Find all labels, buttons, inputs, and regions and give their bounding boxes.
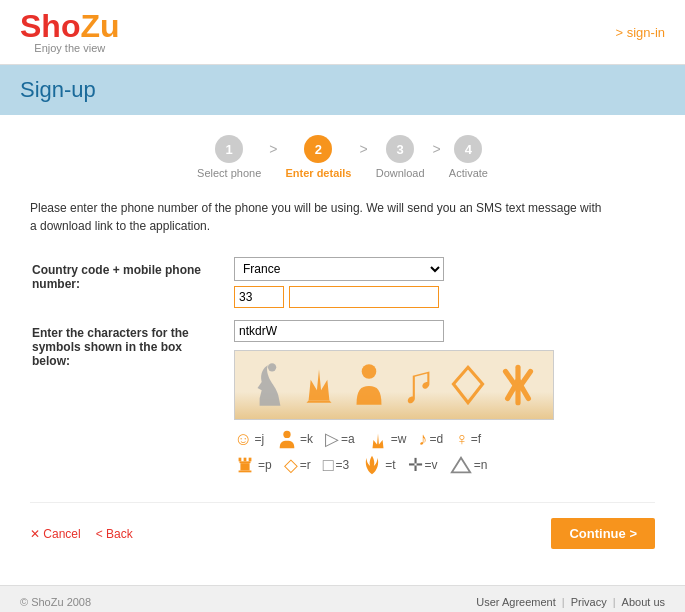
cancel-link[interactable]: ✕ Cancel bbox=[30, 527, 81, 541]
step-2-label: Enter details bbox=[285, 167, 351, 179]
symbol-legend: ☺ =j =k ▷ =a bbox=[234, 428, 574, 476]
legend-symbol-3: □ bbox=[323, 455, 334, 476]
legend-symbol-j: ☺ bbox=[234, 429, 252, 450]
legend-item-v: ✛ =v bbox=[408, 454, 438, 476]
legend-item-d: ♪ =d bbox=[418, 429, 443, 450]
copyright: © ShoZu 2008 bbox=[20, 596, 91, 608]
legend-item-3: □ =3 bbox=[323, 455, 350, 476]
footer-links: ✕ Cancel < Back bbox=[30, 527, 133, 541]
legend-item-r: ◇ =r bbox=[284, 454, 311, 476]
legend-row-1: ☺ =j =k ▷ =a bbox=[234, 428, 574, 450]
legend-eq-r: =r bbox=[300, 458, 311, 472]
legend-symbol-w-icon bbox=[367, 428, 389, 450]
step-arrow-1: > bbox=[265, 141, 281, 157]
country-label: Country code + mobile phone number: bbox=[32, 257, 232, 318]
phone-code-input[interactable] bbox=[234, 286, 284, 308]
step-2: 2 Enter details bbox=[285, 135, 351, 179]
legend-symbol-f: ♀ bbox=[455, 429, 469, 450]
sign-in-link[interactable]: > sign-in bbox=[616, 25, 666, 40]
captcha-cell: ☺ =j =k ▷ =a bbox=[234, 320, 653, 480]
user-agreement-link[interactable]: User Agreement bbox=[476, 596, 555, 608]
svg-rect-9 bbox=[239, 471, 252, 473]
legend-symbol-p-icon bbox=[234, 454, 256, 476]
captcha-image-box bbox=[234, 350, 554, 420]
legend-eq-p: =p bbox=[258, 458, 272, 472]
header: ShoZu Enjoy the view > sign-in bbox=[0, 0, 685, 65]
legend-eq-3: =3 bbox=[336, 458, 350, 472]
svg-point-1 bbox=[362, 364, 377, 379]
logo-area: ShoZu Enjoy the view bbox=[20, 10, 120, 54]
page-footer: © ShoZu 2008 User Agreement | Privacy | … bbox=[0, 585, 685, 612]
step-3-circle: 3 bbox=[386, 135, 414, 163]
captcha-symbol-1 bbox=[248, 359, 292, 411]
step-arrow-3: > bbox=[429, 141, 445, 157]
captcha-input[interactable] bbox=[234, 320, 444, 342]
privacy-link[interactable]: Privacy bbox=[571, 596, 607, 608]
legend-item-j: ☺ =j bbox=[234, 429, 264, 450]
legend-eq-t: =t bbox=[385, 458, 395, 472]
step-1: 1 Select phone bbox=[197, 135, 261, 179]
legend-symbol-d: ♪ bbox=[418, 429, 427, 450]
logo: ShoZu bbox=[20, 10, 120, 42]
phone-row bbox=[234, 286, 653, 308]
legend-symbol-a: ▷ bbox=[325, 428, 339, 450]
page-footer-links: User Agreement | Privacy | About us bbox=[476, 596, 665, 608]
legend-symbol-k-icon bbox=[276, 428, 298, 450]
step-1-circle: 1 bbox=[215, 135, 243, 163]
back-link[interactable]: < Back bbox=[96, 527, 133, 541]
legend-eq-v: =v bbox=[425, 458, 438, 472]
legend-item-w: =w bbox=[367, 428, 407, 450]
pipe-2: | bbox=[613, 596, 616, 608]
legend-eq-w: =w bbox=[391, 432, 407, 446]
country-select[interactable]: France United Kingdom United States bbox=[234, 257, 444, 281]
legend-item-p: =p bbox=[234, 454, 272, 476]
legend-symbol-t-icon bbox=[361, 454, 383, 476]
step-4-circle: 4 bbox=[454, 135, 482, 163]
steps-wizard: 1 Select phone > 2 Enter details > 3 Dow… bbox=[30, 135, 655, 179]
legend-item-k: =k bbox=[276, 428, 313, 450]
signup-banner: Sign-up bbox=[0, 65, 685, 115]
legend-eq-j: =j bbox=[254, 432, 264, 446]
svg-rect-7 bbox=[240, 461, 251, 463]
logo-tagline: Enjoy the view bbox=[20, 42, 120, 54]
phone-number-input[interactable] bbox=[289, 286, 439, 308]
captcha-symbol-6 bbox=[496, 359, 540, 411]
legend-eq-a: =a bbox=[341, 432, 355, 446]
legend-item-a: ▷ =a bbox=[325, 428, 355, 450]
svg-point-3 bbox=[283, 431, 290, 438]
step-3: 3 Download bbox=[376, 135, 425, 179]
legend-item-f: ♀ =f bbox=[455, 429, 481, 450]
svg-rect-8 bbox=[240, 463, 249, 470]
pipe-1: | bbox=[562, 596, 565, 608]
legend-eq-k: =k bbox=[300, 432, 313, 446]
country-cell: France United Kingdom United States bbox=[234, 257, 653, 318]
step-2-circle: 2 bbox=[304, 135, 332, 163]
about-us-link[interactable]: About us bbox=[622, 596, 665, 608]
form-table: Country code + mobile phone number: Fran… bbox=[30, 255, 655, 482]
step-3-label: Download bbox=[376, 167, 425, 179]
svg-rect-6 bbox=[249, 458, 252, 462]
continue-button[interactable]: Continue > bbox=[551, 518, 655, 549]
step-4-label: Activate bbox=[449, 167, 488, 179]
step-1-label: Select phone bbox=[197, 167, 261, 179]
legend-row-2: =p ◇ =r □ =3 bbox=[234, 454, 574, 476]
page-title: Sign-up bbox=[20, 77, 665, 103]
captcha-label: Enter the characters for the symbols sho… bbox=[32, 320, 232, 480]
svg-rect-4 bbox=[239, 458, 242, 462]
legend-eq-n: =n bbox=[474, 458, 488, 472]
step-4: 4 Activate bbox=[449, 135, 488, 179]
legend-item-n: =n bbox=[450, 454, 488, 476]
form-footer: ✕ Cancel < Back Continue > bbox=[30, 502, 655, 554]
legend-symbol-n-icon bbox=[450, 454, 472, 476]
svg-rect-5 bbox=[244, 458, 247, 462]
step-arrow-2: > bbox=[356, 141, 372, 157]
captcha-symbol-3 bbox=[347, 359, 391, 411]
captcha-symbol-4 bbox=[397, 359, 441, 411]
legend-eq-f: =f bbox=[471, 432, 481, 446]
svg-point-0 bbox=[268, 363, 276, 371]
form-description: Please enter the phone number of the pho… bbox=[30, 199, 610, 235]
legend-eq-d: =d bbox=[429, 432, 443, 446]
captcha-symbol-2 bbox=[297, 359, 341, 411]
captcha-symbol-5 bbox=[446, 359, 490, 411]
legend-symbol-v: ✛ bbox=[408, 454, 423, 476]
